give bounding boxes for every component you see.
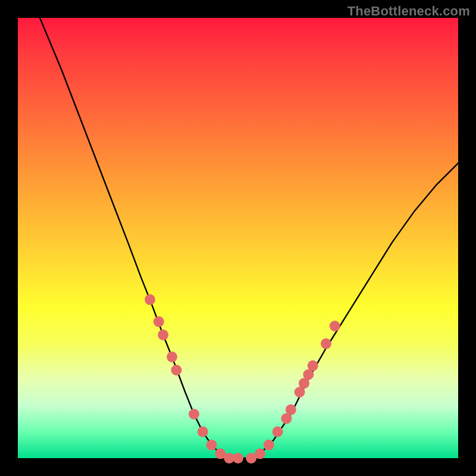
marker-dot [145, 295, 155, 305]
marker-dot [233, 453, 243, 464]
marker-dot [308, 361, 318, 371]
marker-dot [198, 427, 208, 437]
marker-dot [154, 317, 164, 327]
curve-path [40, 18, 458, 458]
bottleneck-curve [40, 18, 458, 458]
marker-dot [321, 339, 331, 349]
marker-dot [264, 440, 274, 450]
marker-dot [273, 427, 283, 437]
marker-dot [167, 352, 177, 362]
marker-dot [158, 330, 168, 340]
bottleneck-chart [0, 0, 476, 476]
marker-dot [171, 365, 181, 375]
marker-dot [286, 405, 296, 415]
marker-dot [255, 449, 265, 459]
marker-dot [206, 440, 217, 450]
marker-dot [330, 321, 340, 331]
highlighted-point-markers [145, 295, 340, 464]
marker-dot [189, 409, 199, 419]
